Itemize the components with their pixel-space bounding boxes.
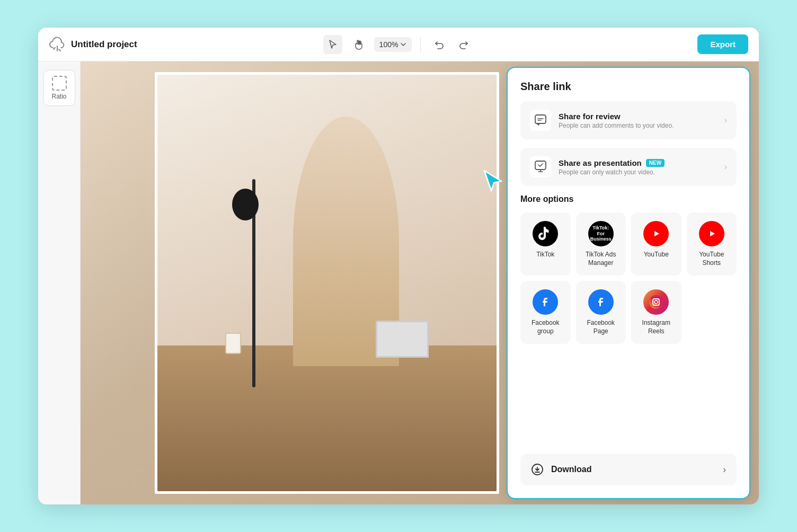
- svg-rect-0: [535, 115, 546, 123]
- cursor-icon: [327, 39, 338, 50]
- svg-point-11: [658, 299, 659, 300]
- hand-icon: [353, 39, 364, 50]
- ratio-label: Ratio: [51, 93, 66, 100]
- platform-instagram-reels[interactable]: Instagram Reels: [631, 281, 681, 344]
- tiktok-ads-label: TikTok Ads Manager: [580, 251, 622, 267]
- ratio-button[interactable]: Ratio: [43, 70, 75, 106]
- tiktok-label: TikTok: [536, 251, 554, 259]
- new-badge: New: [646, 159, 665, 167]
- cursor-decoration: [481, 167, 507, 193]
- left-panel: Ratio: [38, 61, 81, 504]
- redo-button[interactable]: [455, 35, 474, 54]
- facebook-group-label: Facebook group: [525, 319, 566, 335]
- zoom-button[interactable]: 100%: [374, 37, 412, 52]
- download-button[interactable]: Download ›: [520, 454, 737, 485]
- more-options-title: More options: [520, 194, 737, 204]
- undo-button[interactable]: [429, 35, 448, 54]
- download-label: Download: [551, 465, 715, 474]
- youtube-shorts-logo: [699, 221, 724, 246]
- platform-youtube-shorts[interactable]: YouTube Shorts: [687, 212, 737, 276]
- facebook-group-logo: [533, 289, 558, 315]
- platforms-grid: TikTok TikTok:ForBusiness TikTok Ads Man…: [520, 212, 737, 344]
- header-divider: [420, 37, 421, 52]
- share-review-text: Share for review People can add comments…: [559, 112, 717, 129]
- hand-tool-button[interactable]: [349, 35, 368, 54]
- share-panel-title: Share link: [520, 81, 737, 93]
- youtube-label: YouTube: [644, 251, 669, 259]
- share-panel: Share link Share for review People can a…: [507, 67, 750, 499]
- export-button[interactable]: Export: [697, 34, 748, 54]
- canvas-area: Share link Share for review People can a…: [81, 61, 759, 504]
- tiktok-ads-logo: TikTok:ForBusiness: [588, 221, 614, 246]
- platform-facebook-page[interactable]: Facebook Page: [576, 281, 626, 344]
- chevron-right-icon-2: ›: [724, 162, 727, 172]
- instagram-reels-label: Instagram Reels: [635, 319, 677, 335]
- platform-facebook-group[interactable]: Facebook group: [520, 281, 571, 344]
- tiktok-logo: [533, 221, 558, 246]
- share-review-title: Share for review: [559, 112, 717, 121]
- share-presentation-icon: [530, 156, 551, 178]
- project-title: Untitled project: [71, 39, 137, 50]
- ratio-icon: [52, 76, 67, 91]
- undo-icon: [433, 39, 444, 50]
- share-review-subtitle: People can add comments to your video.: [559, 122, 717, 129]
- share-for-review-button[interactable]: Share for review People can add comments…: [520, 101, 737, 139]
- platform-tiktok[interactable]: TikTok: [520, 212, 571, 276]
- download-chevron-icon: ›: [723, 464, 726, 475]
- podcast-scene: [157, 75, 497, 491]
- redo-icon: [459, 39, 470, 50]
- facebook-page-label: Facebook Page: [580, 319, 622, 335]
- header-right: Export: [480, 34, 748, 54]
- instagram-reels-logo: [643, 289, 669, 315]
- platform-youtube[interactable]: YouTube: [631, 212, 681, 276]
- cloud-icon: [49, 36, 66, 53]
- platform-tiktok-ads[interactable]: TikTok:ForBusiness TikTok Ads Manager: [576, 212, 626, 276]
- zoom-level: 100%: [379, 40, 398, 49]
- chevron-down-icon: [400, 41, 406, 48]
- share-presentation-text: Share as presentation New People can onl…: [559, 158, 717, 176]
- facebook-page-logo: [588, 289, 614, 315]
- header-left: Untitled project: [49, 36, 317, 53]
- header-center: 100%: [323, 35, 474, 54]
- youtube-logo: [643, 221, 669, 246]
- share-presentation-subtitle: People can only watch your video.: [559, 169, 717, 176]
- youtube-shorts-label: YouTube Shorts: [691, 251, 733, 267]
- share-presentation-title: Share as presentation New: [559, 158, 717, 167]
- svg-point-8: [649, 295, 663, 309]
- header: Untitled project 100%: [38, 28, 759, 61]
- share-review-icon: [530, 110, 551, 131]
- chevron-right-icon: ›: [724, 116, 727, 125]
- share-as-presentation-button[interactable]: Share as presentation New People can onl…: [520, 148, 737, 186]
- download-icon: [531, 463, 544, 476]
- main-content: Ratio: [38, 61, 759, 504]
- app-window: Untitled project 100%: [38, 28, 759, 504]
- select-tool-button[interactable]: [323, 35, 342, 54]
